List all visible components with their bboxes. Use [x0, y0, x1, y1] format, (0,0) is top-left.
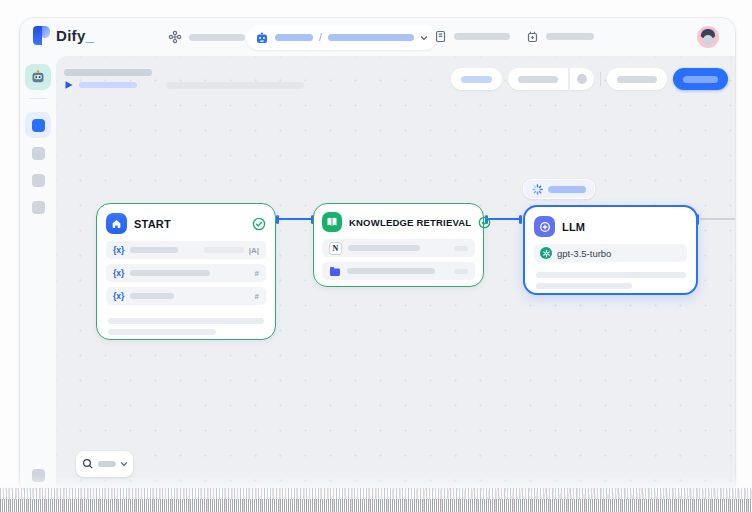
node-llm[interactable]: LLM gpt-3.5-turbo — [523, 205, 698, 295]
torn-edge-noise — [0, 499, 752, 512]
openai-icon — [540, 247, 552, 259]
dify-logo[interactable]: Dify_ — [33, 26, 94, 45]
node-start[interactable]: START {x} |A| {x} # {x} # — [96, 203, 276, 340]
node-title: LLM — [562, 221, 585, 233]
dataset-name-placeholder — [347, 268, 435, 274]
zoom-level-placeholder — [98, 461, 116, 467]
preview-button[interactable] — [607, 68, 667, 90]
variable-name-placeholder — [130, 293, 174, 299]
menu-label-placeholder — [546, 33, 594, 40]
home-icon — [106, 213, 127, 234]
node-description-placeholder — [108, 329, 216, 335]
publish-button[interactable] — [673, 68, 728, 90]
segment-icon-button[interactable] — [570, 68, 594, 90]
running-status-badge — [523, 179, 595, 199]
brand-cursor: _ — [86, 27, 94, 44]
environment-switcher[interactable]: / — [246, 25, 437, 50]
breadcrumb-separator: / — [319, 32, 322, 43]
node-start-header: START — [97, 204, 275, 241]
node-title: START — [134, 218, 171, 230]
success-check-icon — [252, 217, 266, 231]
edge-start-to-knowledge[interactable] — [278, 218, 312, 220]
api-doc-icon — [434, 30, 447, 43]
active-item-icon — [32, 119, 45, 132]
run-label-placeholder — [79, 82, 137, 88]
status-label-placeholder — [548, 186, 586, 193]
variable-type: |A| — [204, 246, 259, 255]
sidebar-item-bottom[interactable] — [32, 469, 45, 482]
menu-label-placeholder — [454, 33, 510, 40]
variable-row[interactable]: {x} |A| — [106, 241, 266, 259]
button-label-placeholder — [683, 76, 718, 83]
app-window: Dify_ / — [20, 18, 735, 492]
api-doc-menu[interactable] — [434, 30, 510, 43]
edge-llm-outgoing[interactable] — [700, 218, 735, 220]
folder-icon — [329, 266, 341, 277]
success-check-icon — [478, 216, 491, 229]
dataset-row[interactable] — [322, 262, 475, 280]
variable-name-placeholder — [130, 270, 210, 276]
node-knowledge-header: KNOWLEDGE RETRIEVAL — [314, 204, 483, 239]
toolbar-segmented-control — [508, 68, 594, 90]
orchestrate-icon — [168, 30, 182, 44]
chevron-down-icon — [420, 34, 428, 42]
zoom-control[interactable] — [76, 451, 133, 477]
model-name: gpt-3.5-turbo — [557, 248, 611, 259]
model-selector-row[interactable]: gpt-3.5-turbo — [534, 244, 687, 262]
plugins-icon — [526, 30, 539, 43]
sidebar-item-workflow-active[interactable] — [25, 112, 51, 138]
variable-name-placeholder — [130, 247, 178, 253]
app-emoji-button[interactable] — [25, 64, 51, 90]
edge-knowledge-to-llm[interactable] — [487, 218, 520, 220]
button-label-placeholder — [617, 76, 657, 83]
spinner-icon — [532, 184, 543, 195]
run-status-row — [64, 80, 304, 90]
dataset-row[interactable]: N — [322, 239, 475, 257]
brand-name: Dify — [56, 27, 86, 44]
llm-icon — [534, 216, 555, 237]
sidebar-item-3[interactable] — [32, 174, 45, 187]
node-description-placeholder — [108, 318, 264, 324]
node-llm-header: LLM — [525, 207, 696, 244]
segment-icon — [577, 74, 587, 84]
notion-icon: N — [329, 242, 342, 255]
canvas-toolbar — [451, 68, 728, 90]
button-label-placeholder — [518, 76, 558, 83]
sidebar-divider — [29, 98, 47, 99]
dify-logo-icon — [33, 26, 50, 45]
toolbar-divider — [600, 72, 601, 86]
value-placeholder — [204, 247, 244, 253]
play-icon[interactable] — [64, 80, 74, 90]
plugins-menu[interactable] — [526, 30, 594, 43]
top-navbar: Dify_ / — [20, 18, 735, 56]
dataset-meta-placeholder — [454, 269, 468, 274]
run-meta-placeholder — [166, 82, 304, 89]
button-label-placeholder — [461, 76, 492, 83]
workflow-name-placeholder — [328, 34, 414, 41]
features-button[interactable] — [451, 68, 502, 90]
dataset-meta-placeholder — [454, 246, 468, 251]
variable-row[interactable]: {x} # — [106, 264, 266, 282]
variable-icon: {x} — [113, 268, 124, 278]
variable-type: # — [255, 269, 259, 278]
node-description-placeholder — [536, 283, 632, 289]
workflow-canvas[interactable]: START {x} |A| {x} # {x} # — [56, 56, 735, 492]
chevron-down-icon — [120, 460, 128, 468]
sidebar-item-4[interactable] — [32, 201, 45, 214]
menu-label-placeholder — [189, 34, 245, 41]
robot-icon — [255, 31, 269, 45]
robot-app-icon — [30, 69, 46, 85]
user-avatar[interactable] — [697, 26, 719, 48]
variable-type: # — [255, 292, 259, 301]
workflow-title-placeholder — [64, 69, 152, 76]
node-description-placeholder — [536, 272, 686, 278]
segment-button[interactable] — [508, 68, 568, 90]
orchestrate-menu[interactable] — [168, 30, 245, 44]
sidebar-item-2[interactable] — [32, 147, 45, 160]
variable-icon: {x} — [113, 245, 124, 255]
node-title: KNOWLEDGE RETRIEVAL — [349, 217, 471, 228]
variable-icon: {x} — [113, 291, 124, 301]
left-sidebar — [20, 56, 56, 492]
variable-row[interactable]: {x} # — [106, 287, 266, 305]
node-knowledge-retrieval[interactable]: KNOWLEDGE RETRIEVAL N — [313, 203, 484, 287]
